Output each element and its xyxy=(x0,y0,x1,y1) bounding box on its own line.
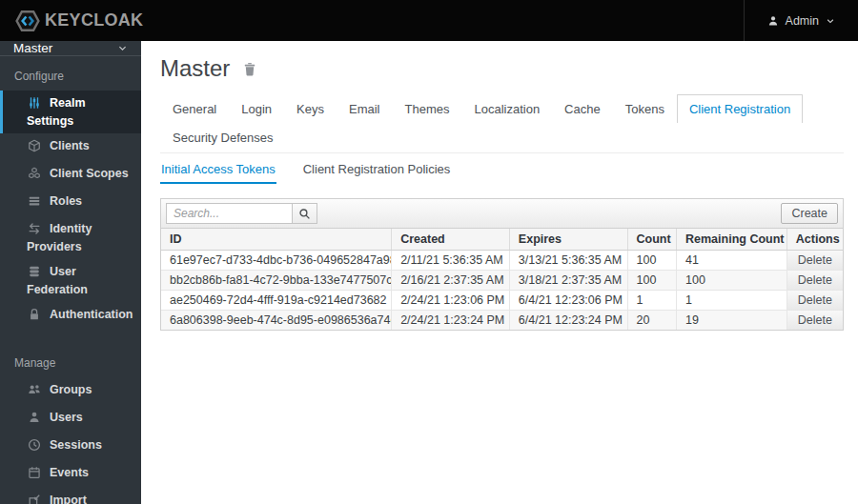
cell-id: bb2cb86b-fa81-4c72-9bba-133e7477507c xyxy=(161,271,392,291)
sidebar-item-label: Roles xyxy=(50,194,82,208)
sidebar-item-realm-settings[interactable]: Realm Settings xyxy=(0,91,141,133)
subtab-client-registration-policies[interactable]: Client Registration Policies xyxy=(302,153,452,184)
cell-count: 100 xyxy=(627,251,676,271)
sidebar-item-label: Events xyxy=(50,466,89,479)
person-icon xyxy=(767,15,779,27)
topbar: KEYCLOAK Admin xyxy=(0,0,858,41)
keycloak-logo-icon xyxy=(15,9,40,33)
page-title: Master xyxy=(160,55,230,82)
sidebar-item-label: Clients xyxy=(50,139,90,152)
calendar-icon xyxy=(27,466,42,483)
database-icon xyxy=(27,265,42,282)
delete-button[interactable]: Delete xyxy=(787,251,843,270)
user-menu-label: Admin xyxy=(786,14,819,28)
sidebar-item-import[interactable]: Import xyxy=(0,488,141,504)
tab-tokens[interactable]: Tokens xyxy=(613,94,677,123)
cubes-icon xyxy=(27,167,42,184)
sidebar-item-sessions[interactable]: Sessions xyxy=(0,433,141,460)
cell-expires: 6/4/21 12:23:06 PM xyxy=(509,291,627,311)
groups-icon xyxy=(27,383,42,400)
sliders-icon xyxy=(27,96,42,113)
delete-button[interactable]: Delete xyxy=(787,271,843,290)
tokens-panel: Create ID Created Expires Count Remainin… xyxy=(160,198,844,331)
tab-email[interactable]: Email xyxy=(337,94,393,123)
table-row: 6a806398-9eeb-474c-8d95-e0986536a74c 2/2… xyxy=(161,311,843,331)
tab-client-registration[interactable]: Client Registration xyxy=(677,94,803,123)
realm-selector-label: Master xyxy=(13,41,52,55)
clock-icon xyxy=(27,438,42,455)
tab-themes[interactable]: Themes xyxy=(392,94,461,123)
column-header-created: Created xyxy=(392,229,510,251)
exchange-icon xyxy=(27,222,42,239)
sidebar-item-label: Sessions xyxy=(50,438,102,452)
sidebar-item-events[interactable]: Events xyxy=(0,460,141,488)
list-icon xyxy=(27,194,42,212)
sidebar-item-identity-providers[interactable]: Identity Providers xyxy=(0,216,141,259)
search-button[interactable] xyxy=(292,203,317,224)
search-input[interactable] xyxy=(166,203,292,224)
table-row: bb2cb86b-fa81-4c72-9bba-133e7477507c 2/1… xyxy=(161,271,843,291)
sidebar-item-label: Users xyxy=(50,411,83,424)
cell-created: 2/24/21 1:23:06 PM xyxy=(392,291,510,311)
sidebar-section-manage: Manage xyxy=(0,343,141,377)
tab-keys[interactable]: Keys xyxy=(284,94,337,123)
cell-remaining-count: 41 xyxy=(677,251,787,271)
cube-icon xyxy=(27,139,42,156)
import-icon xyxy=(27,494,42,504)
cell-id: 61e97ec7-d733-4dbc-b736-049652847a98 xyxy=(161,251,392,271)
sidebar-item-label: Client Scopes xyxy=(50,167,129,180)
cell-expires: 6/4/21 12:23:24 PM xyxy=(509,311,627,331)
sidebar-item-client-scopes[interactable]: Client Scopes xyxy=(0,161,141,189)
sidebar-item-users[interactable]: Users xyxy=(0,405,141,433)
sidebar-item-label: Authentication xyxy=(50,308,133,321)
tab-cache[interactable]: Cache xyxy=(552,94,613,123)
sidebar-item-authentication[interactable]: Authentication xyxy=(0,302,141,330)
column-header-expires: Expires xyxy=(509,229,627,251)
keycloak-logo[interactable]: KEYCLOAK xyxy=(0,0,143,41)
main-content: Master General Login Keys Email Themes L… xyxy=(141,41,858,504)
sidebar-item-user-federation[interactable]: User Federation xyxy=(0,259,141,302)
sidebar-section-configure: Configure xyxy=(0,56,141,91)
user-menu[interactable]: Admin xyxy=(744,0,858,41)
table-header-row: ID Created Expires Count Remaining Count… xyxy=(161,229,843,251)
chevron-down-icon xyxy=(826,16,835,26)
cell-expires: 3/18/21 2:37:35 AM xyxy=(509,271,627,291)
column-header-actions: Actions xyxy=(786,229,843,251)
table-toolbar: Create xyxy=(161,199,843,229)
cell-created: 2/24/21 1:23:24 PM xyxy=(392,311,510,331)
cell-id: 6a806398-9eeb-474c-8d95-e0986536a74c xyxy=(161,311,392,331)
search-icon xyxy=(298,208,311,220)
cell-id: ae250469-72d4-4fff-919a-c9214ed73682 xyxy=(161,291,392,311)
delete-button[interactable]: Delete xyxy=(787,311,843,330)
column-header-count: Count xyxy=(627,229,676,251)
realm-tabs: General Login Keys Email Themes Localiza… xyxy=(160,94,844,151)
column-header-remaining-count: Remaining Count xyxy=(677,229,787,251)
brand-text: KEYCLOAK xyxy=(45,10,143,30)
cell-count: 1 xyxy=(627,291,676,311)
tab-login[interactable]: Login xyxy=(229,94,284,123)
tab-localization[interactable]: Localization xyxy=(461,94,552,123)
chevron-down-icon xyxy=(117,43,128,53)
tab-general[interactable]: General xyxy=(160,94,229,123)
cell-count: 100 xyxy=(627,271,676,291)
table-row: 61e97ec7-d733-4dbc-b736-049652847a98 2/1… xyxy=(161,251,843,271)
sidebar-item-label: Groups xyxy=(50,383,92,396)
trash-icon[interactable] xyxy=(242,61,257,77)
sidebar-item-label: Import xyxy=(50,494,87,504)
realm-selector[interactable]: Master xyxy=(0,41,141,56)
lock-icon xyxy=(27,308,42,325)
delete-button[interactable]: Delete xyxy=(787,291,843,310)
sidebar-item-clients[interactable]: Clients xyxy=(0,133,141,161)
client-registration-subtabs: Initial Access Tokens Client Registratio… xyxy=(160,152,844,184)
cell-remaining-count: 1 xyxy=(677,291,787,311)
sidebar-item-roles[interactable]: Roles xyxy=(0,189,141,216)
sidebar-item-groups[interactable]: Groups xyxy=(0,377,141,405)
table-row: ae250469-72d4-4fff-919a-c9214ed73682 2/2… xyxy=(161,291,843,311)
cell-created: 2/16/21 2:37:35 AM xyxy=(392,271,510,291)
subtab-initial-access-tokens[interactable]: Initial Access Tokens xyxy=(160,153,276,184)
cell-count: 20 xyxy=(627,311,676,331)
tab-security-defenses[interactable]: Security Defenses xyxy=(160,123,286,151)
cell-remaining-count: 19 xyxy=(677,311,787,331)
initial-access-tokens-table: ID Created Expires Count Remaining Count… xyxy=(161,229,843,330)
create-button[interactable]: Create xyxy=(781,203,838,224)
